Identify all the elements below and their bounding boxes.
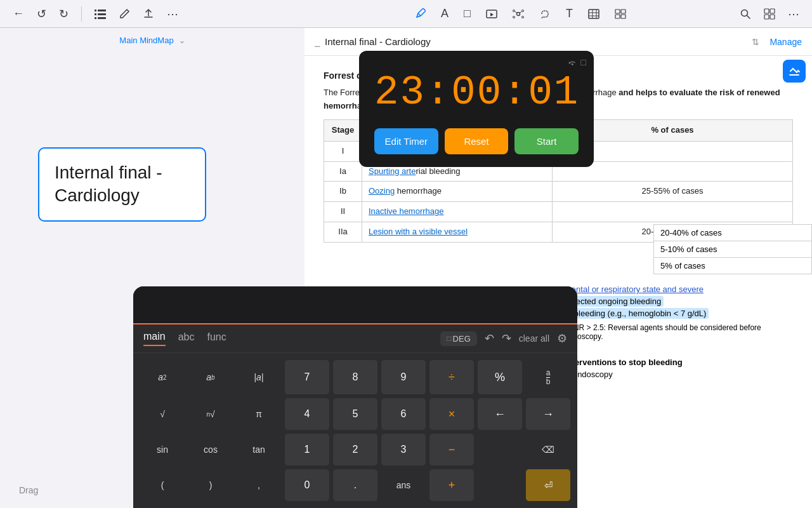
btn-minus[interactable]: − [429,433,475,466]
timer-buttons: Edit Timer Reset Start [374,128,579,154]
timer-overlay: ⤽ □ 23:00:01 Edit Timer Reset Start [359,51,594,167]
calc-tab-right: □ DEG ↶ ↷ clear all ⚙ [440,331,567,346]
start-timer-button[interactable]: Start [514,128,579,154]
more-button[interactable]: ⋯ [164,4,181,23]
spurting-link[interactable]: Spurting arte [369,166,416,176]
svg-point-7 [516,12,520,15]
btn-a-squared[interactable]: a2 [140,359,185,395]
sidebar-nav: Main MindMap ⌄ [0,28,304,53]
calc-settings-button[interactable]: ⚙ [557,331,567,345]
btn-pi[interactable]: π [236,398,282,431]
inactive-link[interactable]: Inactive hemorrhage [369,206,444,216]
text-tool-button[interactable]: A [438,4,451,23]
btn-1[interactable]: 1 [284,433,330,466]
svg-point-8 [513,10,514,11]
btn-7[interactable]: 7 [284,359,330,395]
svg-point-11 [521,16,523,18]
btn-close-paren[interactable]: ) [188,469,233,502]
lasso-tool-button[interactable] [537,6,553,22]
network-tool-button[interactable] [510,6,527,22]
edit-timer-button[interactable]: Edit Timer [374,128,438,154]
search-toolbar-button[interactable] [737,6,754,22]
blue-tool-icon[interactable] [783,60,806,83]
endoscopy-label: ● Endoscopy [565,370,793,379]
btn-plus[interactable]: + [429,469,475,502]
btn-sin[interactable]: sin [140,433,185,466]
svg-rect-14 [589,10,599,18]
tab-abc[interactable]: abc [178,331,195,345]
svg-point-9 [521,10,523,11]
btn-enter[interactable]: ⏎ [525,469,571,502]
share-button[interactable] [140,6,157,22]
pen-button[interactable] [116,6,133,22]
svg-point-10 [513,16,514,18]
text-line-1: mental or respiratory state and severe [565,284,793,294]
shape-tool-button[interactable]: □ [461,4,473,23]
fullscreen-icon[interactable]: □ [581,57,586,67]
btn-0[interactable]: 0 [284,469,330,502]
mindmap-node[interactable]: Internal final - Cardiology [38,147,206,222]
reset-timer-button[interactable]: Reset [445,128,509,154]
btn-a-b[interactable]: ab [188,359,233,395]
svg-rect-27 [764,15,769,19]
sidebar-nav-label[interactable]: Main MindMap [119,36,173,45]
btn-9[interactable]: 9 [381,359,426,395]
btn-nth-root[interactable]: n√ [188,398,233,431]
mindmap-node-text: Internal final - Cardiology [55,163,162,205]
btn-open-paren[interactable]: ( [140,469,185,502]
visible-vessel-link[interactable]: Lesion with a visible vessel [369,227,468,236]
back-button[interactable]: ← [10,4,27,23]
btn-6[interactable]: 6 [381,398,426,431]
media-tool-button[interactable] [483,7,500,21]
text-line-5: ble. [565,344,793,352]
btn-fraction[interactable]: ab [525,359,571,395]
btn-8[interactable]: 8 [332,359,378,395]
calc-undo-button[interactable]: ↶ [485,331,494,345]
table-row: Ib Oozing hemorrhage 25-55% of cases [324,182,793,202]
sort-icon[interactable]: ⇅ [752,37,759,47]
pen-tool-button[interactable] [412,6,428,22]
btn-percent[interactable]: % [477,359,523,395]
grid-button[interactable] [612,6,629,22]
btn-abs[interactable]: |a| [236,359,282,395]
toolbar-right: ⋯ [736,4,812,23]
btn-multiply[interactable]: × [429,398,475,431]
btn-empty-1 [477,433,523,466]
tab-main[interactable]: main [143,331,166,346]
btn-right-arrow[interactable]: → [525,398,571,431]
btn-4[interactable]: 4 [284,398,330,431]
btn-comma[interactable]: , [236,469,282,502]
oozing-link[interactable]: Oozing [369,186,395,196]
list-button[interactable] [92,6,108,22]
undo-button[interactable]: ↺ [34,4,49,23]
manage-button[interactable]: Manage [769,37,802,47]
btn-left-arrow[interactable]: ← [477,398,523,431]
top-toolbar: ← ↺ ↻ ⋯ A □ T [0,0,812,28]
btn-sqrt[interactable]: √ [140,398,185,431]
clear-all-button[interactable]: clear all [519,333,549,344]
deg-button[interactable]: □ DEG [440,331,476,346]
expand-icon[interactable]: ⤽ [568,57,576,67]
svg-rect-4 [95,17,96,19]
redo-button[interactable]: ↻ [56,4,71,23]
pct-row-2: 5-10% of cases [653,241,812,257]
btn-cos[interactable]: cos [188,433,233,466]
sidebar-chevron-icon[interactable]: ⌄ [179,36,185,45]
tab-func[interactable]: func [207,331,226,345]
btn-ans[interactable]: ans [381,469,426,502]
text-box-button[interactable]: T [563,4,575,23]
btn-5[interactable]: 5 [332,398,378,431]
table-button[interactable] [586,6,602,22]
svg-rect-5 [98,17,106,19]
btn-divide[interactable]: ÷ [429,359,475,395]
svg-line-24 [747,15,750,18]
btn-decimal[interactable]: . [332,469,378,502]
grid-view-button[interactable] [761,6,778,22]
btn-3[interactable]: 3 [381,433,426,466]
btn-backspace[interactable]: ⌫ [525,433,571,466]
overflow-button[interactable]: ⋯ [785,4,802,23]
svg-rect-21 [615,15,620,18]
btn-2[interactable]: 2 [332,433,378,466]
calc-redo-button[interactable]: ↷ [502,331,511,345]
btn-tan[interactable]: tan [236,433,282,466]
